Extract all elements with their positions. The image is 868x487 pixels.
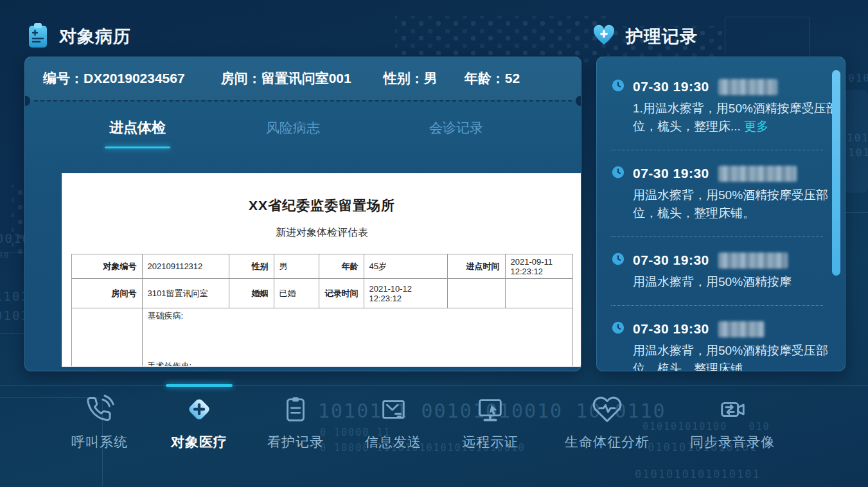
document-subtitle: 新进对象体检评估表 <box>62 226 581 240</box>
nursing-record-header: 护理记录 <box>592 24 698 48</box>
cell-value: 2021-10-12 12:23:12 <box>364 279 447 308</box>
nav-item-vital-signs-analysis[interactable]: 生命体征分析 <box>536 391 678 451</box>
cell-label <box>447 279 505 308</box>
clock-icon <box>611 252 625 269</box>
nav-label: 呼叫系统 <box>71 433 128 451</box>
record-text: 用温水擦背，用50%酒精按摩 <box>633 273 840 291</box>
table-row: 基础疾病: 手术外伤史: <box>71 308 572 367</box>
scrollbar-thumb[interactable] <box>832 70 840 276</box>
nursing-record-item: 07-30 19:30 用温水擦背，用50%酒精按摩受压部位，梳头，整理床铺。 <box>611 320 829 371</box>
record-text: 用温水擦背，用50%酒精按摩受压部位，梳头，整理床铺。 <box>633 186 840 222</box>
clipboard-medical-icon <box>27 22 49 51</box>
cell-label: 进点时间 <box>447 254 505 279</box>
card-notch <box>576 96 581 106</box>
clock-icon <box>611 165 625 182</box>
nursing-records-list: 07-30 19:30 1.用温水擦背，用50%酒精按摩受压部位，梳头，整理床.… <box>597 57 829 371</box>
patient-gender-field: 性别：男 <box>384 69 438 87</box>
patient-id-field: 编号：DX20190234567 <box>43 69 185 87</box>
nursing-record-item: 07-30 19:30 用温水擦背，用50%酒精按摩 <box>611 251 829 291</box>
patient-age-field: 年龄：52 <box>465 69 520 87</box>
phone-call-icon <box>84 391 115 428</box>
more-link[interactable]: 更多 <box>744 120 768 133</box>
nav-label: 信息发送 <box>365 433 421 451</box>
cell-label: 年龄 <box>319 254 364 279</box>
cell-value: 3101留置讯问室 <box>142 279 229 308</box>
redacted-name <box>718 252 788 269</box>
dot-grid-decoration <box>395 16 607 62</box>
clock-icon <box>611 321 625 337</box>
cell-value <box>505 279 572 308</box>
left-panel-title: 对象病历 <box>59 25 131 48</box>
nursing-records-card: 07-30 19:30 1.用温水擦背，用50%酒精按摩受压部位，梳头，整理床.… <box>596 57 846 371</box>
record-time: 07-30 19:30 <box>633 252 709 268</box>
cell-empty <box>71 308 142 367</box>
nav-item-sync-av-recording[interactable]: 同步录音录像 <box>662 391 803 451</box>
active-tab-underline <box>105 146 170 148</box>
record-separator <box>611 236 823 237</box>
table-row: 房间号 3101留置讯问室 婚姻 已婚 记录时间 2021-10-12 12:2… <box>71 279 572 308</box>
cell-label: 对象编号 <box>71 254 142 279</box>
binary-decoration: 101 <box>848 146 868 159</box>
nav-label: 看护记录 <box>267 433 324 451</box>
cell-label: 房间号 <box>71 279 142 308</box>
redacted-name <box>718 166 797 182</box>
nav-active-indicator <box>166 384 233 387</box>
medical-record-header: 对象病历 <box>27 22 131 51</box>
medical-cross-diamond-icon <box>181 391 217 428</box>
medical-record-card: 编号：DX20190234567 房间：留置讯问室001 性别：男 年龄：52 … <box>24 57 581 371</box>
redacted-name <box>718 321 765 337</box>
background-line-decoration <box>846 212 868 213</box>
cell-label: 记录时间 <box>319 279 364 308</box>
record-time: 07-30 19:30 <box>633 166 709 181</box>
cell-label: 性别 <box>229 254 274 279</box>
patient-info-fields: 编号：DX20190234567 房间：留置讯问室001 性别：男 年龄：52 <box>43 69 520 87</box>
record-time: 07-30 19:30 <box>633 321 709 337</box>
nursing-record-item: 07-30 19:30 1.用温水擦背，用50%酒精按摩受压部位，梳头，整理床.… <box>611 78 829 136</box>
record-text: 用温水擦背，用50%酒精按摩受压部位，梳头，整理床铺。 <box>633 342 840 371</box>
record-time: 07-30 19:30 <box>633 79 709 94</box>
cell-value: 45岁 <box>364 254 447 279</box>
nav-label: 远程示证 <box>462 433 518 451</box>
dashed-divider <box>34 100 572 102</box>
binary-decoration: 010 <box>848 72 868 84</box>
nav-label: 同步录音录像 <box>690 433 775 451</box>
binary-decoration: 1010 <box>847 132 868 144</box>
message-send-icon <box>378 391 408 428</box>
record-separator <box>611 305 823 306</box>
table-row: 对象编号 202109112312 性别 男 年龄 45岁 进点时间 2021-… <box>71 254 572 279</box>
tab-entry-physical-exam[interactable]: 进点体检 <box>105 118 170 137</box>
tab-risk-record[interactable]: 风险病志 <box>260 118 326 137</box>
nav-divider <box>0 385 868 386</box>
record-separator <box>611 150 823 150</box>
cell-value: 202109112312 <box>142 254 229 279</box>
heart-plus-icon <box>592 24 616 48</box>
exam-document: XX省纪委监委留置场所 新进对象体检评估表 对象编号 202109112312 … <box>62 173 581 367</box>
cell-value: 已婚 <box>274 279 319 308</box>
exam-table: 对象编号 202109112312 性别 男 年龄 45岁 进点时间 2021-… <box>71 254 573 367</box>
cell-detail: 基础疾病: 手术外伤史: <box>142 308 572 367</box>
remote-monitor-icon <box>475 391 505 428</box>
record-text: 1.用温水擦背，用50%酒精按摩受压部位，梳头，整理床... 更多 <box>633 100 840 136</box>
clock-icon <box>611 78 625 95</box>
video-sync-icon <box>718 391 747 428</box>
nursing-record-item: 07-30 19:30 用温水擦背，用50%酒精按摩受压部位，梳头，整理床铺。 <box>611 164 829 222</box>
detail-label: 基础疾病: <box>148 310 567 322</box>
cell-value: 男 <box>274 254 319 279</box>
detail-label: 手术外伤史: <box>148 360 567 367</box>
right-panel-title: 护理记录 <box>626 25 698 48</box>
patient-room-field: 房间：留置讯问室001 <box>221 69 351 87</box>
binary-decoration: 0101010101010101 <box>635 468 761 481</box>
document-title: XX省纪委监委留置场所 <box>62 197 581 215</box>
tab-consultation-record[interactable]: 会诊记录 <box>423 118 489 137</box>
clipboard-icon <box>281 391 310 428</box>
nav-label: 生命体征分析 <box>565 433 650 451</box>
vitals-heart-icon <box>592 391 623 428</box>
redacted-name <box>718 79 777 95</box>
nav-label: 对象医疗 <box>171 433 227 451</box>
app-root: 10101 1 00101010010 10 0110 0 10000 11 0… <box>0 0 868 487</box>
cell-label: 婚姻 <box>229 279 274 308</box>
cell-value: 2021-09-11 12:23:12 <box>505 254 572 279</box>
